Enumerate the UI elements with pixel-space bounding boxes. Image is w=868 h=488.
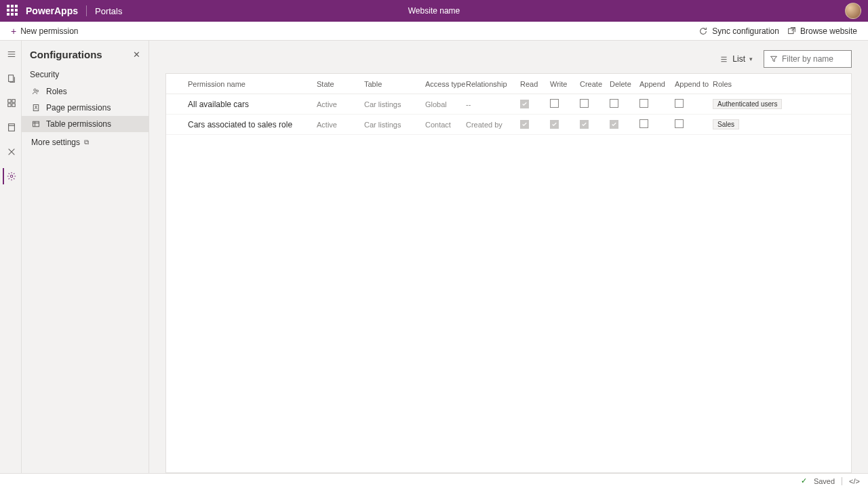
col-write[interactable]: Write xyxy=(547,80,577,88)
col-state[interactable]: State xyxy=(314,80,361,88)
plus-icon: + xyxy=(11,26,16,36)
more-settings-label: More settings xyxy=(31,138,80,147)
checkbox[interactable] xyxy=(520,100,529,108)
divider xyxy=(842,477,842,485)
cell-rel: Created by xyxy=(463,121,517,129)
grid-header: Permission name State Table Access type … xyxy=(166,74,851,94)
svg-rect-2 xyxy=(7,100,10,102)
svg-rect-0 xyxy=(789,28,793,33)
close-icon[interactable]: ✕ xyxy=(133,49,140,60)
col-access[interactable]: Access type xyxy=(422,80,463,88)
browse-website-button[interactable]: Browse website xyxy=(783,24,861,39)
svg-rect-3 xyxy=(12,100,14,102)
cell-rel: -- xyxy=(463,100,517,108)
svg-point-9 xyxy=(37,90,39,92)
cell-name: Cars associated to sales role xyxy=(185,120,314,129)
col-permission-name[interactable]: Permission name xyxy=(185,80,314,88)
svg-rect-5 xyxy=(12,104,14,106)
sidebar-item-table-permissions[interactable]: Table permissions xyxy=(22,116,149,132)
svg-rect-1 xyxy=(8,75,13,82)
checkbox[interactable] xyxy=(639,119,648,128)
col-table[interactable]: Table xyxy=(361,80,422,88)
checkbox[interactable] xyxy=(675,119,684,128)
checkbox[interactable] xyxy=(580,120,589,129)
cell-access: Global xyxy=(422,100,463,108)
pages-icon[interactable] xyxy=(3,70,19,87)
components-icon[interactable] xyxy=(3,95,19,111)
permissions-grid: Permission name State Table Access type … xyxy=(165,73,852,473)
chevron-down-icon: ▾ xyxy=(749,56,753,62)
svg-point-7 xyxy=(10,175,13,178)
svg-rect-6 xyxy=(8,124,14,131)
col-create[interactable]: Create xyxy=(577,80,607,88)
checkbox[interactable] xyxy=(639,99,648,108)
checkbox[interactable] xyxy=(610,120,618,129)
status-saved-label: Saved xyxy=(814,477,835,485)
status-bar: ✓ Saved </> xyxy=(0,473,868,488)
new-permission-label: New permission xyxy=(20,26,78,36)
checkbox[interactable] xyxy=(520,120,529,129)
table-row[interactable]: All available carsActiveCar listingsGlob… xyxy=(166,94,851,115)
cell-table: Car listings xyxy=(361,100,422,108)
filter-box[interactable] xyxy=(764,50,852,68)
settings-icon[interactable] xyxy=(3,168,19,184)
filter-icon xyxy=(770,55,778,63)
col-read[interactable]: Read xyxy=(517,80,547,88)
cell-state: Active xyxy=(314,121,361,129)
divider xyxy=(86,5,87,16)
sync-label: Sync configuration xyxy=(712,26,779,36)
col-append[interactable]: Append xyxy=(637,80,672,88)
sidebar-item-roles[interactable]: Roles xyxy=(22,83,149,100)
left-rail xyxy=(0,41,22,473)
checkbox[interactable] xyxy=(550,99,559,108)
code-icon[interactable]: </> xyxy=(849,477,860,485)
new-permission-button[interactable]: + New permission xyxy=(7,24,83,39)
checkbox[interactable] xyxy=(675,99,684,108)
nav-icon xyxy=(31,87,41,96)
svg-rect-10 xyxy=(33,105,39,111)
templates-icon[interactable] xyxy=(3,119,19,136)
nav-item-label: Roles xyxy=(46,87,67,96)
svg-rect-4 xyxy=(7,104,10,106)
content-toolbar: List ▾ xyxy=(165,50,852,68)
nav-icon xyxy=(31,104,41,112)
role-chip: Authenticated users xyxy=(713,99,782,109)
command-bar: + New permission Sync configuration Brow… xyxy=(0,22,868,41)
col-roles[interactable]: Roles xyxy=(710,80,851,88)
nav-item-label: Page permissions xyxy=(46,103,111,113)
col-delete[interactable]: Delete xyxy=(607,80,637,88)
svg-point-11 xyxy=(35,106,37,108)
sync-icon xyxy=(698,26,708,36)
app-launcher-icon[interactable] xyxy=(7,5,19,17)
panel-title: Configurations xyxy=(30,49,102,60)
col-appendto[interactable]: Append to xyxy=(672,80,710,88)
sidebar-item-page-permissions[interactable]: Page permissions xyxy=(22,100,149,116)
view-label: List xyxy=(732,54,745,64)
table-row[interactable]: Cars associated to sales roleActiveCar l… xyxy=(166,115,851,135)
cell-state: Active xyxy=(314,100,361,108)
filter-input[interactable] xyxy=(782,54,846,64)
view-switch-button[interactable]: List ▾ xyxy=(715,52,757,66)
checkbox[interactable] xyxy=(610,99,618,108)
hamburger-icon[interactable] xyxy=(3,46,19,62)
checkbox[interactable] xyxy=(550,120,559,129)
section-label: Security xyxy=(22,67,149,83)
nav-item-label: Table permissions xyxy=(46,119,111,129)
config-panel: Configurations ✕ Security RolesPage perm… xyxy=(22,41,149,473)
cell-table: Car listings xyxy=(361,121,422,129)
avatar[interactable] xyxy=(845,3,861,19)
external-icon xyxy=(787,26,796,35)
cell-name: All available cars xyxy=(185,100,314,109)
product-label: Portals xyxy=(95,6,122,16)
more-settings-link[interactable]: More settings ⧉ xyxy=(22,132,149,150)
main-area: Configurations ✕ Security RolesPage perm… xyxy=(0,41,868,473)
sync-configuration-button[interactable]: Sync configuration xyxy=(694,24,783,39)
content-area: List ▾ Permission name State Table Acces… xyxy=(149,41,868,473)
tools-icon[interactable] xyxy=(3,144,19,160)
nav-icon xyxy=(31,120,41,128)
checkbox[interactable] xyxy=(580,99,589,108)
cell-access: Contact xyxy=(422,121,463,129)
browse-label: Browse website xyxy=(800,26,857,36)
role-chip: Sales xyxy=(713,119,739,129)
col-relationship[interactable]: Relationship xyxy=(463,80,517,88)
